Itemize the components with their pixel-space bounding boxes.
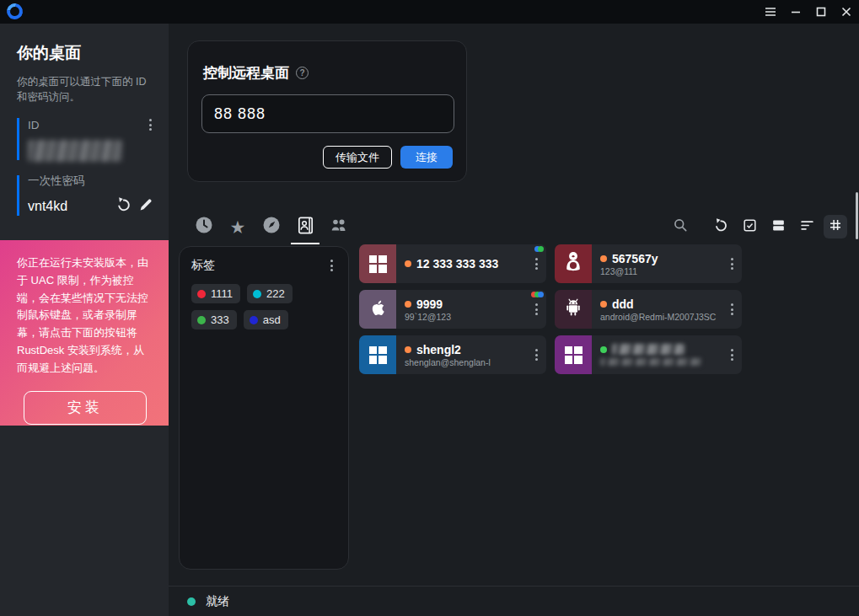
id-label: ID [28,119,40,131]
tag-label: asd [263,313,281,326]
main-panel: 控制远程桌面 ? 传输文件 连接 ★ [169,24,859,616]
tag-dot [253,290,261,298]
edit-password-button[interactable] [135,196,157,217]
peer-card[interactable]: shengl2 shenglan@shenglan-l [359,335,546,374]
warning-text: 你正在运行未安装版本，由于 UAC 限制，作为被控端，会在某些情况下无法控制鼠标… [17,254,153,378]
tags-panel: 标签 1111 222 333 asd [179,246,349,570]
tab-group[interactable] [322,212,356,241]
peer-toolbar [668,215,847,238]
tag-chip[interactable]: 333 [191,310,237,329]
peer-menu-button[interactable] [726,255,738,272]
refresh-icon [115,196,132,217]
status-dot [600,346,607,353]
refresh-peers-button[interactable] [709,215,733,238]
id-menu-button[interactable] [144,116,157,133]
one-time-password-value: vnt4kd [28,199,113,214]
peer-name: shengl2 [416,343,461,356]
tab-recent-sessions[interactable] [187,212,221,241]
peer-menu-button[interactable] [726,301,738,318]
peer-name: 9999 [416,297,443,311]
card-view-button[interactable] [766,215,790,238]
peer-menu-button[interactable] [726,346,738,363]
peer-logo [359,244,396,283]
sort-button[interactable] [795,215,819,238]
peer-logo [359,335,396,374]
search-button[interactable] [668,215,692,238]
peer-logo [555,244,592,283]
tab-favorites[interactable]: ★ [221,212,255,241]
multi-select-button[interactable] [738,215,761,238]
peer-grid: 12 333 333 333 [359,244,742,374]
pencil-icon [138,197,153,216]
linux-tux-icon [562,250,584,277]
refresh-password-button[interactable] [113,196,135,217]
windows-icon [565,346,583,364]
hamburger-icon [765,7,776,17]
peer-name: 567567y [612,252,658,265]
peer-menu-button[interactable] [530,301,543,318]
connect-card-title: 控制远程桌面 [203,63,289,83]
peer-name: 12 333 333 333 [416,257,498,271]
peer-subtitle: 123@111 [600,266,742,276]
search-icon [672,217,689,237]
peer-logo [555,335,592,374]
peer-card[interactable] [555,335,742,374]
compass-icon [261,215,282,238]
tag-dot [250,316,258,324]
tags-title: 标签 [191,258,215,273]
peer-menu-button[interactable] [530,255,543,272]
title-bar [0,0,859,24]
status-text: 就绪 [206,594,229,609]
maximize-button[interactable] [808,0,834,24]
control-remote-desktop-card: 控制远程桌面 ? 传输文件 连接 [187,40,467,182]
minimize-button[interactable] [783,0,808,24]
grid-view-button[interactable] [824,215,847,238]
uninstalled-warning-banner: 你正在运行未安装版本，由于 UAC 限制，作为被控端，会在某些情况下无法控制鼠标… [0,240,169,426]
address-book-icon [296,216,315,238]
peer-card[interactable]: 9999 99`12@123 [359,290,546,329]
tag-chip[interactable]: asd [244,310,288,329]
connection-indicators [537,246,544,252]
status-dot [405,260,411,267]
help-icon[interactable]: ? [296,67,309,79]
peer-subtitle: shenglan@shenglan-l [405,357,546,367]
scrollbar-thumb[interactable] [856,192,858,239]
tag-dot [197,290,206,298]
remote-id-input[interactable] [201,94,454,133]
sidebar-title: 你的桌面 [17,42,169,64]
android-icon [562,297,584,322]
peer-card[interactable]: 567567y 123@111 [555,244,742,283]
connection-indicators [534,292,544,297]
status-dot [405,301,411,308]
peer-subtitle: android@Redmi-M2007J3SC [600,312,742,322]
install-button[interactable]: 安装 [24,391,147,425]
close-icon [841,7,851,17]
rustdesk-logo-icon [3,0,25,22]
tab-discovered[interactable] [255,212,288,241]
one-time-password-label: 一次性密码 [28,174,85,189]
peer-card[interactable]: 12 333 333 333 [359,244,546,283]
apple-icon [368,297,389,322]
peer-menu-button[interactable] [530,346,543,363]
peer-name: ddd [612,297,634,311]
tag-chip[interactable]: 1111 [191,284,240,303]
transfer-file-button[interactable]: 传输文件 [323,146,392,169]
peer-card[interactable]: ddd android@Redmi-M2007J3SC [555,290,742,329]
connect-button[interactable]: 连接 [400,146,453,169]
checkbox-icon [742,217,758,237]
peer-tab-bar: ★ [187,209,847,244]
status-dot [405,346,411,353]
tag-chip[interactable]: 222 [247,284,293,303]
menu-button[interactable] [758,0,783,24]
tab-address-book[interactable] [288,212,322,241]
tags-menu-button[interactable] [325,257,338,274]
status-dot [600,255,607,262]
people-icon [328,215,350,238]
cards-icon [770,217,787,237]
star-icon: ★ [230,218,246,236]
close-button[interactable] [834,0,859,24]
sort-icon [799,217,815,237]
maximize-icon [816,7,826,17]
redacted-id-value [28,140,122,162]
redacted-peer-subtitle [600,358,701,366]
